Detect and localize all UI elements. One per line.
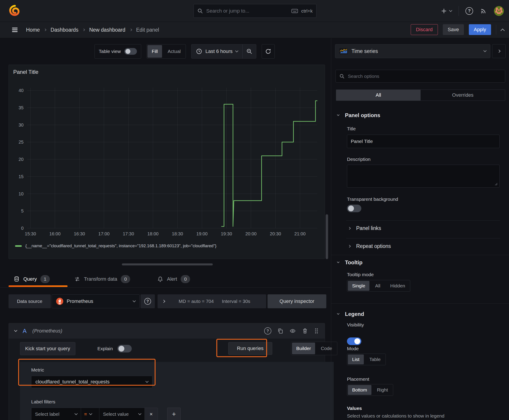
tooltip-mode-all[interactable]: All	[370, 280, 385, 292]
fill-option[interactable]: Fill	[147, 45, 162, 58]
time-range-button[interactable]: Last 6 hours	[191, 45, 242, 58]
active-tab-underline	[8, 285, 68, 287]
breadcrumb-sep-icon	[83, 29, 85, 31]
refresh-button[interactable]	[262, 44, 275, 59]
svg-text:35: 35	[19, 105, 23, 110]
table-view-toggle[interactable]	[124, 48, 137, 55]
description-field[interactable]	[347, 165, 500, 188]
query-options-strip[interactable]: MD = auto = 704 Interval = 30s	[158, 294, 266, 308]
remove-filter-button[interactable]: ×	[145, 408, 158, 420]
chevron-down-icon	[235, 49, 238, 52]
legend-series-name[interactable]: {__name__="cloudflared_tunnel_total_requ…	[25, 243, 216, 248]
add-filter-button[interactable]: +	[167, 408, 181, 420]
tab-alert-label: Alert	[167, 276, 177, 282]
global-search[interactable]: Search or jump to... ctrl+k	[193, 4, 316, 18]
legend-visibility-toggle[interactable]	[347, 338, 361, 345]
add-menu-button[interactable]	[441, 8, 452, 14]
tooltip-mode-single[interactable]: Single	[348, 281, 369, 291]
panel-options-header[interactable]: Panel options	[337, 112, 380, 119]
breadcrumb-new-dashboard[interactable]: New dashboard	[89, 27, 125, 33]
datasource-label: Data source	[8, 294, 51, 308]
svg-text:25: 25	[19, 140, 23, 144]
kick-start-query-button[interactable]: Kick start your query	[20, 342, 76, 355]
operator-value: =	[84, 412, 87, 417]
time-range-group: Last 6 hours	[191, 44, 256, 59]
query-builder-body: Metric cloudflared_tunnel_total_requests…	[20, 362, 334, 420]
svg-text:5: 5	[21, 209, 23, 213]
legend-placement-bottom[interactable]: Bottom	[348, 385, 372, 395]
legend-swatch[interactable]	[15, 245, 22, 247]
datasource-help-button[interactable]: ?	[140, 294, 155, 308]
news-rss-icon[interactable]	[480, 8, 487, 15]
viz-picker-button[interactable]: Time series	[335, 44, 490, 58]
panel-resize-handle[interactable]	[122, 263, 213, 265]
chevron-down-icon	[75, 412, 78, 415]
chevron-right-icon	[348, 227, 351, 230]
tab-transform[interactable]: Transform data 0	[74, 272, 130, 286]
chevron-down-icon	[133, 299, 136, 302]
menu-burger-icon[interactable]	[11, 26, 19, 33]
tab-overrides[interactable]: Overrides	[421, 90, 505, 100]
select-label-dropdown[interactable]: Select label	[31, 408, 81, 420]
zoom-out-button[interactable]	[243, 45, 256, 58]
resize-handle-icon[interactable]	[494, 182, 498, 186]
save-button[interactable]: Save	[443, 24, 464, 35]
svg-text:19:00: 19:00	[196, 231, 208, 236]
panel-links-label: Panel links	[356, 225, 381, 231]
metric-select[interactable]: cloudflared_tunnel_total_requests	[31, 376, 152, 388]
clock-icon	[196, 48, 202, 54]
duplicate-query-icon[interactable]	[277, 328, 283, 334]
grafana-logo[interactable]	[8, 5, 21, 17]
tab-query[interactable]: Query 1	[14, 272, 50, 286]
tab-transform-label: Transform data	[84, 276, 117, 282]
title-field[interactable]: Panel Title	[347, 135, 500, 148]
collapse-query-chevron-icon[interactable]	[14, 329, 17, 332]
panel-links-section[interactable]: Panel links	[348, 225, 381, 231]
legend-mode-list[interactable]: List	[348, 354, 364, 364]
tooltip-mode-hidden[interactable]: Hidden	[385, 280, 410, 292]
run-queries-button[interactable]: Run queries	[228, 342, 272, 355]
tab-all[interactable]: All	[336, 90, 421, 100]
transparent-bg-toggle[interactable]	[347, 205, 361, 212]
hide-query-eye-icon[interactable]	[289, 328, 296, 334]
tab-alert[interactable]: Alert 0	[157, 272, 190, 286]
label-filters-label: Label filters	[31, 399, 55, 405]
datasource-select[interactable]: Prometheus	[52, 294, 140, 308]
tooltip-header[interactable]: Tooltip	[337, 259, 363, 266]
search-icon	[339, 74, 345, 79]
drag-grip-icon[interactable]	[314, 328, 319, 334]
query-inspector-button[interactable]: Query inspector	[267, 294, 326, 308]
select-value-dropdown[interactable]: Select value	[99, 408, 145, 420]
operator-dropdown[interactable]: =	[81, 408, 99, 420]
legend-placement-right[interactable]: Right	[372, 384, 393, 396]
actions-divider	[496, 25, 496, 35]
left-pane-scrollbar[interactable]	[326, 214, 328, 259]
time-series-chart[interactable]: 051015202530354015:3016:0016:3017:0017:3…	[9, 65, 325, 244]
legend-mode-table[interactable]: Table	[365, 354, 386, 365]
breadcrumb: Home Dashboards New dashboard Edit panel	[26, 22, 159, 38]
query-row-header[interactable]: A (Prometheus) ?	[9, 323, 325, 338]
chevron-right-icon	[348, 245, 351, 248]
panel-options-title: Panel options	[345, 112, 380, 119]
breadcrumb-home[interactable]: Home	[26, 27, 40, 33]
actual-option[interactable]: Actual	[163, 45, 186, 58]
chart-legend: {__name__="cloudflared_tunnel_total_requ…	[15, 243, 216, 248]
explain-toggle[interactable]	[117, 345, 132, 352]
builder-option[interactable]: Builder	[292, 343, 315, 354]
viz-pane-expand-button[interactable]	[492, 44, 506, 58]
query-help-icon[interactable]: ?	[264, 327, 271, 335]
delete-query-trash-icon[interactable]	[302, 328, 308, 334]
help-icon[interactable]: ?	[465, 7, 473, 15]
svg-text:18:00: 18:00	[147, 231, 159, 236]
discard-button[interactable]: Discard	[411, 24, 438, 35]
repeat-options-section[interactable]: Repeat options	[348, 243, 391, 249]
chevron-down-icon	[89, 412, 92, 415]
apply-button[interactable]: Apply	[469, 24, 491, 35]
explain-label: Explain	[97, 346, 113, 351]
user-avatar[interactable]	[494, 6, 504, 16]
time-range-label: Last 6 hours	[205, 48, 233, 54]
breadcrumb-dashboards[interactable]: Dashboards	[51, 27, 78, 33]
options-search[interactable]: Search options	[335, 70, 505, 82]
collapse-chevron-up-icon[interactable]	[501, 29, 504, 32]
legend-header[interactable]: Legend	[337, 311, 364, 317]
